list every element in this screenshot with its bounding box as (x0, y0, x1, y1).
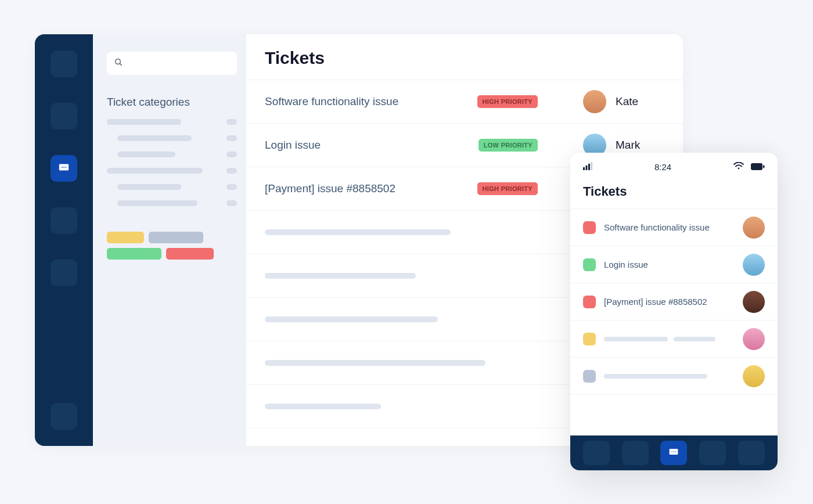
mobile-nav-item-5[interactable] (738, 441, 765, 465)
avatar (743, 328, 765, 350)
category-item[interactable] (107, 119, 237, 125)
nav-rail (35, 34, 93, 446)
mobile-title: Tickets (583, 184, 765, 199)
assignee-name: Mark (616, 139, 640, 152)
mobile-ticket-row-placeholder[interactable] (570, 321, 778, 358)
mobile-nav-item-tickets[interactable] (660, 441, 687, 465)
priority-badge-high: HIGH PRIORITY (477, 95, 538, 108)
avatar (743, 291, 765, 313)
ticket-icon (668, 446, 679, 460)
svg-rect-7 (586, 165, 588, 170)
mobile-nav-item-2[interactable] (622, 441, 649, 465)
ticket-title: [Payment] issue #8858502 (604, 297, 735, 307)
priority-badge-high: HIGH PRIORITY (477, 182, 538, 195)
avatar (743, 217, 765, 239)
svg-point-14 (672, 451, 673, 452)
search-icon (114, 57, 123, 69)
mobile-ticket-row-placeholder[interactable] (570, 358, 778, 395)
nav-item-4[interactable] (51, 207, 77, 234)
svg-rect-6 (583, 167, 585, 170)
assignee: Kate (583, 90, 664, 113)
mobile-ticket-row[interactable]: Login issue (570, 246, 778, 283)
priority-dot-placeholder (583, 333, 596, 345)
status-time: 8:24 (654, 162, 671, 172)
mobile-header: Tickets (570, 181, 778, 209)
svg-rect-11 (751, 163, 762, 170)
ticket-title: [Payment] issue #8858502 (265, 182, 395, 195)
svg-line-5 (120, 63, 121, 65)
tag-red[interactable] (166, 248, 214, 260)
mobile-ticket-row[interactable]: Software functionality issue (570, 209, 778, 246)
mobile-nav (570, 435, 778, 470)
avatar (743, 254, 765, 276)
ticket-title: Software functionality issue (604, 222, 735, 232)
svg-rect-8 (588, 164, 590, 170)
main-header: Tickets (246, 34, 683, 80)
category-item[interactable] (107, 152, 237, 157)
category-item[interactable] (107, 184, 237, 190)
svg-point-15 (674, 451, 675, 452)
nav-item-1[interactable] (51, 51, 77, 77)
assignee-name: Kate (616, 95, 638, 108)
ticket-row[interactable]: Software functionality issue HIGH PRIORI… (246, 80, 683, 124)
mobile-app-window: 8:24 Tickets Software functionality issu… (570, 153, 778, 470)
tag-filters (107, 232, 237, 260)
categories-heading: Ticket categories (107, 96, 237, 109)
nav-item-5[interactable] (51, 260, 77, 286)
svg-rect-12 (763, 165, 765, 168)
priority-dot-high (583, 296, 596, 308)
signal-icon (583, 162, 592, 172)
nav-item-bottom[interactable] (51, 403, 77, 430)
page-title: Tickets (265, 48, 664, 68)
avatar (583, 90, 606, 113)
priority-dot-placeholder (583, 370, 596, 383)
skeleton (604, 374, 707, 379)
skeleton (674, 337, 715, 341)
ticket-title: Login issue (604, 260, 735, 269)
wifi-icon (733, 162, 744, 172)
ticket-icon (57, 161, 70, 176)
svg-point-16 (675, 451, 677, 452)
mobile-ticket-row[interactable]: [Payment] issue #8858502 (570, 283, 778, 321)
tag-green[interactable] (107, 248, 161, 260)
avatar (743, 365, 765, 387)
skeleton (265, 229, 451, 235)
ticket-title: Login issue (265, 139, 321, 152)
priority-badge-low: LOW PRIORITY (479, 139, 538, 152)
search-input[interactable] (107, 52, 237, 75)
status-bar: 8:24 (570, 153, 778, 181)
svg-point-10 (738, 167, 740, 169)
svg-point-1 (62, 167, 63, 168)
svg-point-3 (65, 167, 66, 168)
mobile-ticket-list: Software functionality issue Login issue… (570, 209, 778, 435)
category-item[interactable] (107, 135, 237, 141)
skeleton (265, 360, 485, 366)
priority-dot-high (583, 221, 596, 234)
svg-point-2 (63, 167, 64, 168)
tag-yellow[interactable] (107, 232, 144, 243)
skeleton (265, 316, 438, 322)
battery-icon (751, 162, 765, 172)
category-item[interactable] (107, 168, 237, 174)
skeleton (604, 337, 668, 341)
category-list (107, 119, 237, 206)
skeleton (265, 273, 416, 279)
sidebar: Ticket categories (93, 34, 246, 446)
skeleton (265, 404, 381, 409)
mobile-nav-item-4[interactable] (699, 441, 726, 465)
mobile-nav-item-1[interactable] (583, 441, 610, 465)
svg-rect-9 (591, 162, 593, 170)
nav-item-tickets[interactable] (51, 155, 77, 182)
category-item[interactable] (107, 200, 237, 206)
priority-dot-low (583, 258, 596, 271)
nav-item-2[interactable] (51, 103, 77, 129)
ticket-title: Software functionality issue (265, 95, 398, 108)
tag-gray[interactable] (149, 232, 203, 243)
